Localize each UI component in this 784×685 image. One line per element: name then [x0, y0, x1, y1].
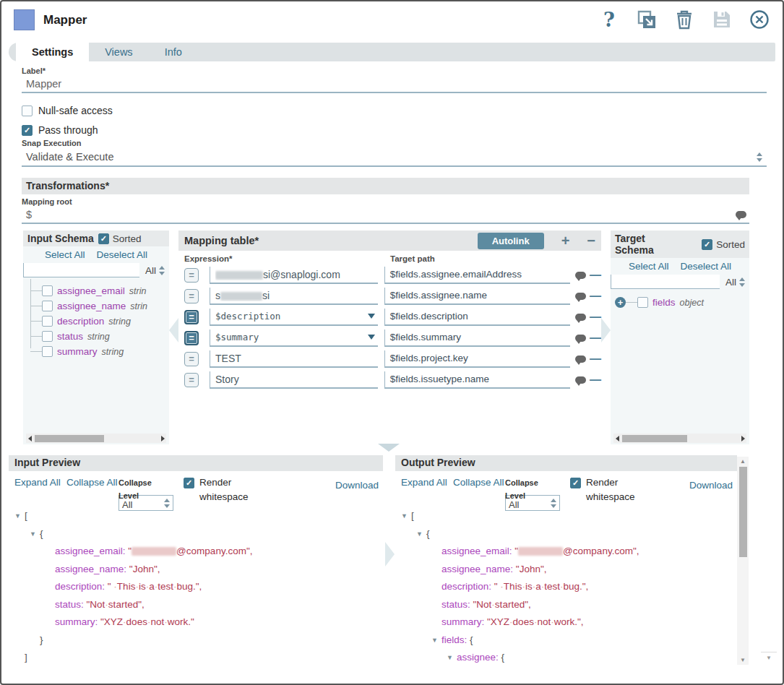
input-render-whitespace-checkbox[interactable] [184, 478, 194, 488]
expanded-node-icon[interactable]: ▼ [14, 508, 25, 525]
schema-item-checkbox[interactable] [42, 285, 53, 296]
input-collapse-all-link[interactable]: Collapse All [66, 475, 119, 490]
expanded-node-icon[interactable]: ▼ [431, 632, 441, 650]
comment-bubble-icon[interactable] [575, 335, 586, 342]
close-icon[interactable] [749, 9, 770, 30]
tab-views[interactable]: Views [89, 43, 148, 61]
output-download-link[interactable]: Download [689, 475, 733, 491]
delete-icon[interactable] [674, 9, 694, 30]
expression-dropdown-icon[interactable] [368, 314, 375, 319]
delete-row-icon[interactable]: — [590, 270, 601, 281]
target-path-input[interactable]: $fields.issuetype.name [384, 371, 570, 389]
dialog-scroll-down-icon[interactable]: ▼ [761, 652, 777, 663]
spinner-icon[interactable] [549, 499, 558, 508]
input-schema-filter-input[interactable] [23, 263, 139, 277]
expression-input[interactable]: Story [210, 371, 378, 389]
expression-input[interactable]: ssi [210, 288, 378, 305]
expression-dropdown-icon[interactable] [368, 335, 375, 340]
schema-item-checkbox[interactable] [637, 297, 648, 308]
save-icon[interactable] [712, 9, 732, 30]
collapse-input-schema-handle[interactable] [169, 318, 178, 342]
comment-bubble-icon[interactable] [736, 211, 746, 218]
expression-toggle-button[interactable]: = [184, 310, 199, 324]
expression-toggle-button[interactable]: = [184, 331, 199, 345]
output-expand-all-link[interactable]: Expand All [401, 475, 453, 490]
target-path-input[interactable]: $fields.assignee.name [384, 288, 570, 305]
target-path-input[interactable]: $fields.summary [384, 329, 570, 347]
output-collapse-level-control[interactable]: Collapse Level All [505, 475, 560, 511]
expression-input[interactable]: si@snaplogi.com [210, 267, 378, 284]
expanded-node-icon[interactable]: ▼ [401, 508, 411, 525]
scroll-thumb[interactable] [739, 467, 747, 557]
input-schema-hscrollbar[interactable] [26, 434, 166, 443]
label-input[interactable]: Mapper [22, 77, 767, 93]
expand-node-icon[interactable]: + [615, 297, 626, 308]
target-path-input[interactable]: $fields.project.key [384, 350, 570, 368]
expanded-node-icon[interactable]: ▼ [416, 526, 426, 543]
input-deselect-all-link[interactable]: Deselect All [96, 249, 147, 260]
comment-bubble-icon[interactable] [575, 356, 586, 363]
schema-item-checkbox[interactable] [42, 331, 53, 342]
comment-bubble-icon[interactable] [575, 293, 586, 300]
delete-row-icon[interactable]: — [590, 332, 601, 344]
schema-item-checkbox[interactable] [42, 346, 53, 357]
schema-item-name: summary [57, 346, 98, 357]
collapse-mapping-handle[interactable] [378, 444, 400, 452]
expression-input[interactable]: $description [210, 309, 378, 326]
export-icon[interactable] [637, 9, 657, 30]
output-preview-vscrollbar[interactable]: ▲ ▼ [737, 457, 749, 665]
json-key: assignee_name: [55, 564, 129, 574]
remove-row-button[interactable]: − [587, 233, 595, 248]
null-safe-checkbox[interactable] [22, 105, 33, 116]
delete-row-icon[interactable]: — [590, 290, 601, 302]
collapse-target-schema-handle[interactable] [601, 318, 611, 342]
input-download-link[interactable]: Download [335, 475, 379, 491]
expanded-node-icon[interactable]: ▼ [447, 650, 457, 667]
expression-toggle-button[interactable]: = [184, 373, 199, 387]
delete-row-icon[interactable]: — [590, 353, 601, 365]
expanded-node-icon[interactable]: ▼ [30, 526, 40, 543]
mapping-row: =ssi$fields.assignee.name— [178, 285, 601, 306]
expression-toggle-button[interactable]: = [184, 268, 199, 283]
help-icon[interactable]: ? [599, 9, 619, 30]
delete-row-icon[interactable]: — [590, 311, 601, 323]
comment-bubble-icon[interactable] [575, 272, 586, 279]
input-collapse-level-control[interactable]: Collapse Level All [119, 475, 173, 511]
target-select-all-link[interactable]: Select All [629, 261, 669, 272]
comment-bubble-icon[interactable] [575, 314, 586, 321]
input-expand-all-link[interactable]: Expand All [14, 475, 66, 490]
tab-info[interactable]: Info [149, 43, 198, 61]
expression-input[interactable]: $summary [210, 329, 378, 347]
scroll-up-icon[interactable]: ▲ [737, 458, 749, 465]
input-sorted-checkbox[interactable] [98, 233, 109, 244]
pass-through-checkbox[interactable] [22, 125, 33, 136]
output-render-whitespace-checkbox[interactable] [570, 478, 581, 488]
spinner-icon[interactable] [158, 266, 166, 275]
spinner-icon[interactable] [163, 499, 171, 508]
expression-toggle-button[interactable]: = [184, 352, 199, 366]
target-sorted-checkbox[interactable] [702, 239, 712, 250]
spinner-icon[interactable] [755, 152, 764, 162]
snap-execution-select[interactable]: Validate & Execute [22, 149, 767, 167]
output-preview-json: ▼[▼{ assignee_email: "@company.com", ass… [395, 504, 737, 670]
delete-row-icon[interactable]: — [590, 374, 601, 386]
scroll-down-icon[interactable]: ▼ [737, 657, 749, 663]
target-path-input[interactable]: $fields.description [384, 309, 570, 326]
mapping-root-input[interactable]: $ [22, 207, 749, 224]
target-schema-hscrollbar[interactable] [613, 434, 746, 443]
expression-toggle-button[interactable]: = [184, 289, 199, 303]
preview-split-handle[interactable] [385, 542, 395, 566]
expression-input[interactable]: TEST [210, 350, 378, 368]
target-deselect-all-link[interactable]: Deselect All [680, 261, 731, 272]
target-schema-filter-input[interactable] [611, 275, 720, 289]
schema-item-checkbox[interactable] [42, 301, 53, 311]
output-collapse-all-link[interactable]: Collapse All [453, 475, 505, 490]
target-path-input[interactable]: $fields.assignee.emailAddress [384, 267, 570, 284]
comment-bubble-icon[interactable] [575, 376, 586, 384]
autolink-button[interactable]: Autolink [478, 233, 544, 249]
input-select-all-link[interactable]: Select All [45, 249, 85, 260]
add-row-button[interactable]: + [561, 233, 570, 248]
tab-settings[interactable]: Settings [16, 43, 89, 61]
spinner-icon[interactable] [738, 277, 746, 287]
schema-item-checkbox[interactable] [42, 316, 53, 327]
